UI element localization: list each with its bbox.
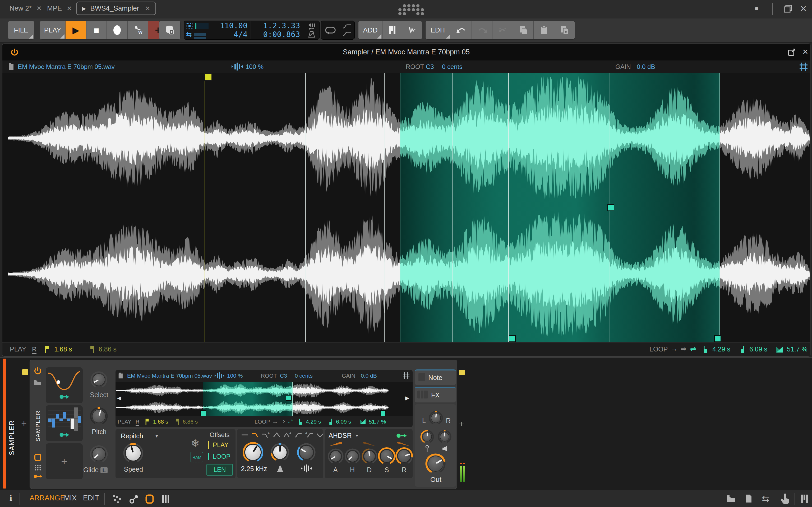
- close-icon[interactable]: ✕: [145, 5, 150, 12]
- device-name-vertical[interactable]: SAMPLER: [35, 410, 42, 442]
- mod-amount-icon[interactable]: [59, 394, 69, 399]
- device-panel-toggle-icon[interactable]: [145, 494, 154, 504]
- device-power-icon[interactable]: [34, 367, 42, 375]
- playback-mode-select[interactable]: Repitch: [121, 432, 143, 440]
- stretch-value[interactable]: 100 %: [227, 373, 243, 379]
- sample-file-name[interactable]: EM Mvoc Mantra E 70bpm 05.wav: [18, 63, 115, 70]
- fx-chain-button[interactable]: FX: [415, 387, 456, 402]
- dropdown-icon[interactable]: ▼: [355, 433, 359, 438]
- glide-knob[interactable]: [90, 445, 108, 463]
- tempo-value[interactable]: 110.00: [216, 21, 247, 30]
- crossfade-value[interactable]: 51.7 %: [369, 418, 386, 425]
- position-display[interactable]: 1.2.3.33 0:00.863: [251, 21, 304, 39]
- offset-len-button[interactable]: LEN: [206, 464, 233, 475]
- filter-bandpass4-icon[interactable]: 4: [283, 432, 292, 438]
- loop-start-value[interactable]: 4.29 s: [306, 418, 321, 425]
- decay-knob[interactable]: [361, 448, 378, 464]
- duplicate-button[interactable]: [554, 21, 575, 39]
- tab-bws4-sampler-active[interactable]: ▶ BWS4_Sampler ✕: [76, 2, 156, 15]
- clip-launcher-toggle-icon[interactable]: [113, 495, 121, 504]
- play-start-flag-icon[interactable]: [145, 418, 149, 425]
- add-audio-track-button[interactable]: [402, 21, 422, 39]
- touch-mode-icon[interactable]: [780, 494, 790, 504]
- modulator-slot-steps[interactable]: [46, 405, 83, 441]
- waveform-display[interactable]: [2, 73, 810, 342]
- loop-end-value[interactable]: 6.09 s: [749, 345, 767, 353]
- filter-off-icon[interactable]: [241, 432, 249, 438]
- view-arrange-button[interactable]: ARRANGE: [30, 494, 65, 502]
- close-icon[interactable]: ✕: [67, 5, 72, 12]
- close-icon[interactable]: ✕: [37, 5, 42, 12]
- reverse-toggle[interactable]: R: [136, 419, 139, 425]
- loop-mode-pingpong-icon[interactable]: ⇌: [288, 418, 293, 425]
- hold-knob[interactable]: [344, 448, 361, 464]
- filter-highpass4-icon[interactable]: 4: [305, 432, 314, 438]
- velocity-depth-knob[interactable]: [438, 430, 452, 444]
- tab-label[interactable]: New 2*: [9, 4, 32, 12]
- inspector-panel-icon[interactable]: [745, 494, 752, 503]
- cut-button[interactable]: ✂: [493, 21, 513, 39]
- view-mix-button[interactable]: MIX: [64, 494, 77, 502]
- play-start-value[interactable]: 1.68 s: [153, 418, 168, 425]
- root-cents-value[interactable]: 0 cents: [295, 373, 313, 379]
- play-end-value[interactable]: 6.86 s: [99, 345, 116, 353]
- env-mod-source-icon[interactable]: [396, 433, 407, 439]
- decay-shape-icon[interactable]: [362, 441, 376, 447]
- scroll-right-icon[interactable]: ▶: [405, 395, 409, 401]
- onscreen-keyboard-icon[interactable]: [800, 494, 809, 504]
- ram-mode-icon[interactable]: RAM: [191, 452, 203, 462]
- tab-label[interactable]: BWS4_Sampler: [90, 4, 139, 12]
- loop-end-value[interactable]: 6.09 s: [336, 418, 351, 425]
- pitch-knob[interactable]: [90, 407, 108, 426]
- filter-keytrack-knob[interactable]: [297, 443, 316, 462]
- mini-waveform-svg[interactable]: [116, 382, 410, 416]
- song-time-value[interactable]: 0:00.863: [255, 30, 300, 39]
- loop-mode-pingpong-icon[interactable]: ⇌: [690, 345, 696, 353]
- mixer-panel-toggle-icon[interactable]: [161, 495, 170, 504]
- paste-button[interactable]: [534, 21, 554, 39]
- stretch-icon[interactable]: [231, 63, 243, 70]
- song-position-value[interactable]: 1.2.3.33: [255, 21, 300, 30]
- sustain-knob[interactable]: [378, 447, 396, 465]
- mini-waveform-display[interactable]: ◀ ▶: [115, 382, 413, 416]
- close-editor-icon[interactable]: ✕: [802, 48, 808, 56]
- root-note-value[interactable]: C3: [426, 63, 434, 70]
- window-close-icon[interactable]: ✕: [800, 4, 807, 14]
- play-start-flag-icon[interactable]: [44, 345, 49, 353]
- info-icon[interactable]: i: [9, 494, 12, 502]
- root-cents-value[interactable]: 0 cents: [442, 63, 462, 70]
- tab-new2[interactable]: New 2* ✕: [9, 4, 42, 12]
- io-routing-icon[interactable]: ⇆: [762, 494, 769, 504]
- loop-mode-alternate-icon[interactable]: ⇒: [680, 345, 687, 353]
- automation-touch-icon[interactable]: [343, 32, 351, 36]
- offset-play-button[interactable]: PLAY: [208, 441, 229, 449]
- transport-play-button[interactable]: ▶: [65, 21, 87, 39]
- remote-controls-icon[interactable]: [34, 464, 41, 471]
- track-name-vertical[interactable]: SAMPLER: [8, 397, 15, 455]
- gain-value[interactable]: 0.0 dB: [361, 373, 377, 379]
- redo-button[interactable]: [472, 21, 493, 39]
- attack-knob[interactable]: [327, 448, 344, 464]
- sample-file-name[interactable]: EM Mvoc Mantra E 70bpm 05.wav: [127, 373, 212, 379]
- automation-follow-icon[interactable]: [343, 24, 351, 29]
- dropdown-icon[interactable]: ▼: [155, 434, 159, 439]
- freeze-icon[interactable]: ❄: [191, 438, 200, 449]
- append-device-plus[interactable]: +: [459, 419, 464, 429]
- play-menu-button[interactable]: PLAY: [40, 21, 65, 39]
- project-io-button[interactable]: [159, 21, 180, 39]
- undo-button[interactable]: [451, 21, 472, 39]
- mod-amount-icon[interactable]: [59, 432, 69, 438]
- add-device-plus[interactable]: +: [21, 418, 27, 429]
- add-menu-button[interactable]: ADD: [358, 21, 383, 39]
- filter-lowpass4-icon[interactable]: 4: [261, 432, 270, 438]
- loop-start-value[interactable]: 4.29 s: [712, 345, 730, 353]
- filter-notch-icon[interactable]: [316, 432, 324, 438]
- crossfade-value[interactable]: 51.7 %: [787, 345, 808, 353]
- filter-lowpass-icon[interactable]: [251, 432, 259, 438]
- time-signature-value[interactable]: 4/4: [216, 30, 247, 39]
- speed-knob[interactable]: [123, 443, 144, 463]
- filter-resonance-knob[interactable]: [270, 443, 290, 462]
- loop-mode-alternate-icon[interactable]: ⇒: [280, 418, 285, 425]
- play-end-flag-icon[interactable]: [90, 345, 95, 353]
- note-chain-button[interactable]: Note: [415, 370, 456, 385]
